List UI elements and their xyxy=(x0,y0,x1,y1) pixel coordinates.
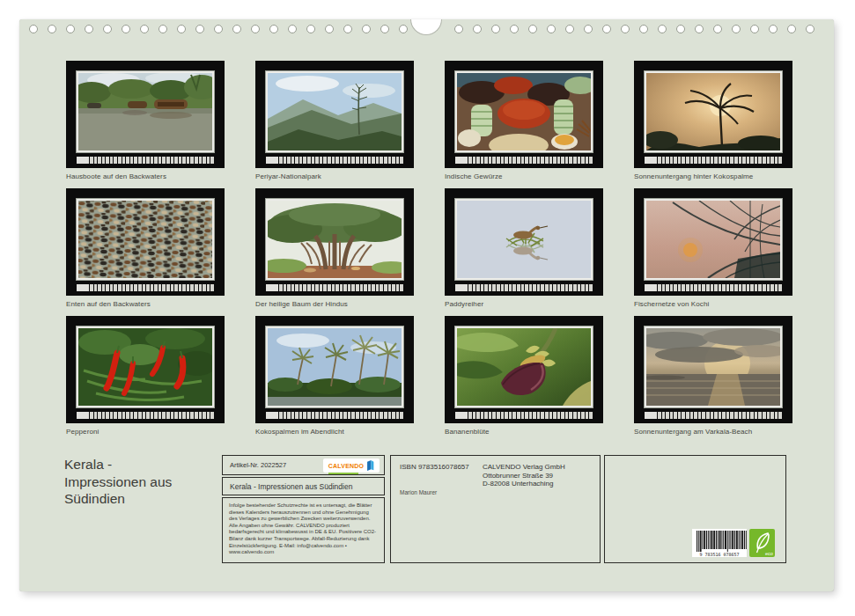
strip-day-cell xyxy=(525,284,528,291)
mini-calendar-sheet xyxy=(445,316,603,423)
strip-day-cell xyxy=(778,284,782,291)
strip-day-cell xyxy=(573,284,577,291)
calendar-strip xyxy=(455,284,593,291)
strip-day-cell xyxy=(739,157,742,164)
strip-day-cell xyxy=(690,412,694,419)
photo-ducks xyxy=(77,199,214,280)
strip-day-cell xyxy=(384,157,387,164)
strip-day-cell xyxy=(166,157,170,164)
binding-hole xyxy=(214,25,223,33)
strip-day-cell xyxy=(537,412,541,419)
strip-day-cell xyxy=(742,157,746,164)
strip-day-cell xyxy=(658,412,661,419)
strip-day-cell xyxy=(392,412,395,419)
strip-day-cell xyxy=(722,157,726,164)
binding-hole xyxy=(66,25,75,33)
strip-day-cell xyxy=(739,412,742,419)
strip-day-cell xyxy=(166,284,170,291)
calendar-back-page: Hausboote auf den Backwaters Periyar-Nat… xyxy=(19,19,834,591)
strip-day-cell xyxy=(372,412,375,419)
eco-label: eco xyxy=(765,551,773,556)
strip-day-cell xyxy=(670,284,674,291)
strip-day-cell xyxy=(726,157,730,164)
strip-day-cell xyxy=(686,284,689,291)
binding-hole xyxy=(787,25,796,33)
photo-banyan xyxy=(266,199,403,280)
strip-month-label xyxy=(77,157,89,164)
strip-day-cell xyxy=(682,157,685,164)
strip-day-cell xyxy=(146,412,150,419)
binding-hole xyxy=(806,25,814,33)
thumb-caption: Der heilige Baum der Hindus xyxy=(255,300,414,308)
thumb-caption: Enten auf den Backwaters xyxy=(66,300,225,308)
strip-day-cell xyxy=(722,412,726,419)
strip-day-cell xyxy=(758,157,762,164)
strip-day-cell xyxy=(581,284,585,291)
strip-day-cell xyxy=(778,157,782,164)
binding-hole xyxy=(288,25,297,33)
strip-day-cell xyxy=(529,284,533,291)
calvendo-logo: CALVENDO xyxy=(323,458,380,473)
binding-hole xyxy=(565,25,574,33)
strip-day-cell xyxy=(320,157,323,164)
strip-day-cell xyxy=(396,284,400,291)
strip-day-cell xyxy=(734,284,738,291)
strip-day-cell xyxy=(340,157,343,164)
strip-day-cell xyxy=(674,157,677,164)
strip-day-cell xyxy=(295,157,299,164)
photo-periyar xyxy=(266,71,403,152)
strip-day-cell xyxy=(356,284,359,291)
binding-hole xyxy=(658,25,667,33)
strip-day-cell xyxy=(589,412,593,419)
strip-day-cell xyxy=(492,284,496,291)
strip-day-cell xyxy=(360,157,364,164)
barcode-box: 9 783516 078657 eco xyxy=(604,455,786,563)
strip-day-cell xyxy=(549,284,553,291)
strip-day-cell xyxy=(561,157,564,164)
strip-day-cell xyxy=(190,157,194,164)
month-thumbnail-cell: Sonnenuntergang am Varkala-Beach xyxy=(634,316,792,436)
strip-day-cell xyxy=(505,157,508,164)
strip-day-cell xyxy=(775,284,778,291)
strip-day-cell xyxy=(767,157,770,164)
strip-day-cell xyxy=(348,157,351,164)
strip-day-cell xyxy=(376,157,380,164)
strip-day-cell xyxy=(742,284,746,291)
photo-banana-flower xyxy=(455,326,593,407)
strip-day-cell xyxy=(295,284,299,291)
strip-day-cell xyxy=(476,412,480,419)
strip-day-cell xyxy=(348,284,351,291)
binding-hole xyxy=(232,25,241,33)
strip-day-cell xyxy=(364,157,367,164)
strip-day-cell xyxy=(770,412,774,419)
strip-day-cell xyxy=(291,157,295,164)
strip-day-cell xyxy=(557,284,561,291)
strip-day-cell xyxy=(775,157,778,164)
thumb-caption: Periyar-Nationalpark xyxy=(255,172,414,180)
strip-day-cell xyxy=(549,412,553,419)
strip-day-cell xyxy=(114,157,117,164)
strip-day-cell xyxy=(90,284,93,291)
strip-day-cell xyxy=(102,412,106,419)
strip-day-cell xyxy=(698,412,702,419)
strip-day-cell xyxy=(151,412,154,419)
strip-day-cell xyxy=(512,284,516,291)
calendar-strip xyxy=(645,284,782,291)
strip-day-cell xyxy=(578,284,581,291)
strip-day-cell xyxy=(364,412,367,419)
strip-day-cell xyxy=(658,157,661,164)
strip-day-cell xyxy=(512,412,516,419)
strip-day-cell xyxy=(565,284,569,291)
strip-day-cell xyxy=(509,412,512,419)
strip-day-cell xyxy=(581,157,585,164)
ean-barcode: 9 783516 078657 xyxy=(692,529,747,557)
strip-day-cell xyxy=(182,412,186,419)
strip-day-cell xyxy=(747,284,750,291)
binding-hole xyxy=(491,25,500,33)
strip-day-cell xyxy=(758,412,762,419)
strip-day-cell xyxy=(368,157,372,164)
binding-hole xyxy=(158,25,167,33)
strip-day-cell xyxy=(750,412,754,419)
thumb-caption: Paddyreiher xyxy=(445,300,603,308)
photo-spices xyxy=(455,71,593,152)
